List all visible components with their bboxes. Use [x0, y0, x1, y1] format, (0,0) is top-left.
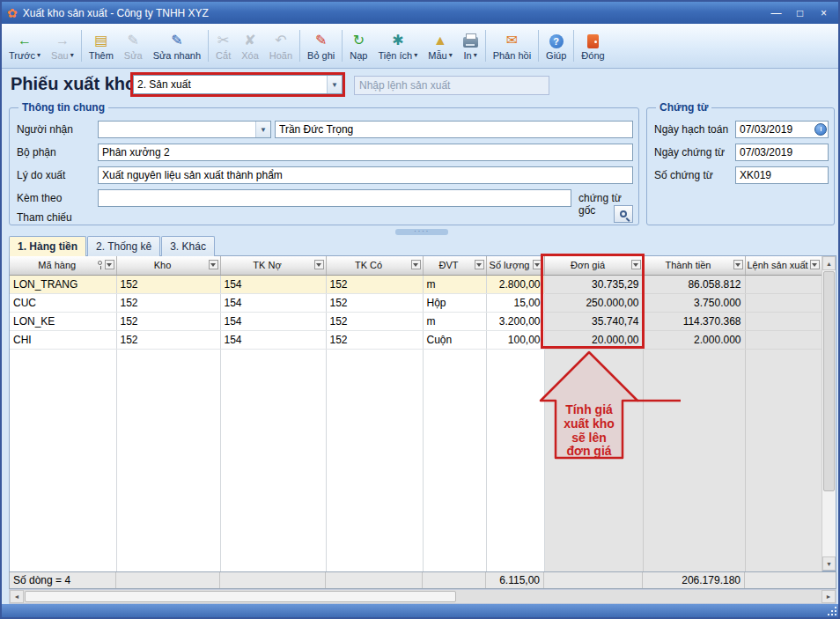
voucher-date-input[interactable]: [735, 144, 829, 161]
filter-icon[interactable]: [733, 260, 743, 269]
grid-cell[interactable]: 15,00: [486, 293, 544, 312]
vertical-scroll-thumb[interactable]: [823, 271, 835, 491]
toolbar-button-hoan[interactable]: ↶ Hoãn: [264, 26, 298, 66]
toolbar-button-cat[interactable]: ✂ Cắt: [210, 26, 236, 66]
reason-input[interactable]: [98, 166, 633, 184]
scroll-down-icon[interactable]: ▼: [822, 556, 836, 571]
grid-cell[interactable]: 152: [116, 312, 220, 330]
grid-cell[interactable]: 152: [326, 275, 423, 293]
toolbar-button-sua-nhanh[interactable]: ✎ Sửa nhanh: [148, 26, 206, 66]
column-header-dvt[interactable]: ĐVT: [423, 256, 486, 275]
grid-cell[interactable]: CHI: [10, 330, 116, 349]
grid-cell[interactable]: 35.740,74: [544, 312, 643, 330]
filter-icon[interactable]: [314, 260, 324, 269]
filter-icon[interactable]: [533, 260, 542, 269]
toolbar-button-xoa[interactable]: ✘ Xóa: [236, 26, 264, 66]
grid-cell[interactable]: 2.000.000: [643, 330, 745, 349]
grid-cell[interactable]: 20.000,00: [544, 330, 643, 349]
column-header-so-luong[interactable]: Số lượng: [486, 256, 544, 275]
grid-cell[interactable]: [745, 275, 822, 293]
receiver-name-input[interactable]: [275, 121, 633, 138]
column-header-kho[interactable]: Kho: [116, 256, 220, 275]
reference-lookup-button[interactable]: [614, 205, 633, 223]
grid-cell[interactable]: 152: [326, 312, 423, 330]
filter-icon[interactable]: [411, 260, 421, 269]
scroll-up-icon[interactable]: ▲: [822, 256, 836, 270]
toolbar-button-sua[interactable]: ✎ Sửa: [119, 26, 148, 66]
grid-cell[interactable]: 100,00: [486, 330, 544, 349]
toolbar-button-phan-hoi[interactable]: ✉ Phản hồi: [488, 26, 536, 66]
table-row[interactable]: CHI 152 154 152 Cuộn 100,00 20.000,00 2.…: [10, 330, 822, 349]
grid-cell[interactable]: 152: [326, 330, 423, 349]
grid-cell[interactable]: [745, 330, 822, 349]
toolbar-button-truoc[interactable]: ← Trước▾: [4, 26, 46, 66]
toolbar-button-in[interactable]: In▾: [458, 26, 483, 66]
toolbar-button-bo-ghi[interactable]: ✎ Bỏ ghi: [302, 26, 340, 66]
grid-cell[interactable]: 3.200,00: [486, 312, 544, 330]
grid-cell[interactable]: 152: [116, 293, 220, 312]
tab-khac[interactable]: 3. Khác: [161, 236, 215, 256]
toolbar-button-mau[interactable]: ▲ Mẫu▾: [423, 26, 457, 66]
column-header-thanh-tien[interactable]: Thành tiền: [643, 256, 745, 275]
grid-cell[interactable]: Hộp: [423, 293, 486, 312]
grid-cell[interactable]: 114.370.368: [643, 312, 745, 330]
scroll-right-icon[interactable]: ►: [822, 590, 836, 603]
table-row[interactable]: CUC 152 154 152 Hộp 15,00 250.000,00 3.7…: [10, 293, 822, 312]
grid-cell[interactable]: LON_TRANG: [10, 275, 116, 293]
grid-cell[interactable]: CUC: [10, 293, 116, 312]
tab-thong-ke[interactable]: 2. Thống kê: [87, 236, 160, 256]
grid-cell[interactable]: [745, 312, 822, 330]
grid-cell[interactable]: 154: [220, 293, 326, 312]
close-button[interactable]: ×: [814, 5, 833, 21]
chevron-down-icon[interactable]: ▼: [255, 122, 270, 137]
grid-cell[interactable]: Cuộn: [423, 330, 486, 349]
filter-icon[interactable]: [810, 260, 820, 269]
toolbar-button-dong[interactable]: Đóng: [576, 26, 609, 66]
vertical-scroll-track[interactable]: [822, 270, 836, 556]
table-row[interactable]: LON_KE 152 154 152 m 3.200,00 35.740,74 …: [10, 312, 822, 330]
grid-cell[interactable]: 2.800,00: [486, 275, 544, 293]
grid-cell[interactable]: 152: [326, 293, 423, 312]
grid-cell[interactable]: 154: [220, 312, 326, 330]
toolbar-button-sau[interactable]: → Sau▾: [46, 26, 79, 66]
pin-icon[interactable]: [98, 261, 102, 265]
grid-cell[interactable]: 152: [116, 330, 220, 349]
horizontal-scrollbar[interactable]: ◄ ►: [9, 589, 836, 604]
minimize-button[interactable]: —: [767, 5, 785, 21]
filter-icon[interactable]: [209, 260, 218, 269]
grid-cell[interactable]: 86.058.812: [643, 275, 745, 293]
grid-cell[interactable]: m: [423, 275, 486, 293]
department-input[interactable]: [98, 144, 633, 161]
calendar-icon[interactable]: [814, 123, 827, 136]
grid-cell[interactable]: 154: [220, 330, 326, 349]
toolbar-button-them[interactable]: ▤ Thêm: [84, 26, 119, 66]
tab-hang-tien[interactable]: 1. Hàng tiền: [9, 236, 86, 256]
voucher-no-input[interactable]: [735, 166, 829, 184]
table-row[interactable]: LON_TRANG 152 154 152 m 2.800,00 30.735,…: [10, 275, 822, 293]
toolbar-button-nap[interactable]: ↻ Nạp: [344, 26, 372, 66]
filter-icon[interactable]: [105, 260, 114, 269]
column-header-ma-hang[interactable]: Mã hàng: [10, 256, 116, 275]
receiver-combobox[interactable]: ▼: [98, 121, 271, 138]
filter-icon[interactable]: [631, 260, 641, 269]
vertical-scrollbar[interactable]: ▲ ▼: [822, 256, 836, 571]
grid-cell[interactable]: 30.735,29: [544, 275, 643, 293]
grid-cell[interactable]: 3.750.000: [643, 293, 745, 312]
maximize-button[interactable]: □: [791, 5, 809, 21]
attachment-input[interactable]: [98, 189, 571, 207]
chevron-down-icon[interactable]: ▼: [327, 76, 342, 93]
column-header-don-gia[interactable]: Đơn giá: [544, 256, 643, 275]
horizontal-scroll-track[interactable]: [24, 590, 822, 603]
scroll-left-icon[interactable]: ◄: [10, 590, 24, 603]
toolbar-button-tien-ich[interactable]: ✱ Tiện ích▾: [372, 26, 423, 66]
grid-cell[interactable]: 154: [220, 275, 326, 293]
horizontal-scroll-thumb[interactable]: [25, 591, 456, 602]
grid-cell[interactable]: m: [423, 312, 486, 330]
grid-splitter-handle[interactable]: ∙∙∙∙: [395, 229, 448, 235]
grid-cell[interactable]: 152: [116, 275, 220, 293]
grid-cell[interactable]: [745, 293, 822, 312]
filter-icon[interactable]: [475, 260, 484, 269]
grid-cell[interactable]: LON_KE: [10, 312, 116, 330]
toolbar-button-giup[interactable]: ? Giúp: [541, 26, 571, 66]
production-order-input[interactable]: [354, 76, 549, 95]
